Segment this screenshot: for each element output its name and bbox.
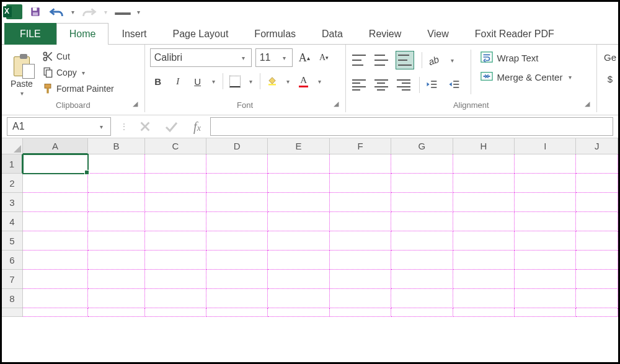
redo-button[interactable]: [81, 4, 98, 19]
qat-customize[interactable]: ▾: [135, 9, 143, 16]
cell[interactable]: [23, 270, 88, 289]
column-header[interactable]: J: [576, 138, 618, 154]
cell[interactable]: [145, 231, 206, 251]
column-header[interactable]: A: [23, 138, 88, 154]
align-bottom-button[interactable]: [396, 51, 414, 69]
cell[interactable]: [88, 212, 144, 231]
cell[interactable]: [330, 231, 391, 251]
column-header[interactable]: I: [515, 138, 576, 154]
cell[interactable]: [576, 270, 618, 289]
touch-mode-button[interactable]: ▬ ▬: [113, 4, 131, 19]
column-header[interactable]: D: [206, 138, 268, 154]
cell[interactable]: [453, 289, 515, 308]
decrease-indent-button[interactable]: [419, 77, 440, 93]
cell[interactable]: [268, 270, 329, 289]
cell[interactable]: [23, 231, 88, 251]
cell[interactable]: [88, 251, 144, 270]
underline-dropdown[interactable]: ▾: [210, 78, 218, 85]
cell[interactable]: [330, 154, 391, 174]
cell[interactable]: [206, 308, 268, 317]
cell[interactable]: [576, 289, 618, 308]
cell[interactable]: [453, 193, 515, 212]
row-header[interactable]: 1: [2, 154, 23, 174]
column-header[interactable]: H: [453, 138, 515, 154]
wrap-text-button[interactable]: Wrap Text: [480, 51, 575, 65]
namebox-resize-handle[interactable]: ⋮: [116, 122, 132, 131]
cell[interactable]: [88, 308, 144, 317]
enter-formula-button[interactable]: [158, 117, 184, 136]
cell[interactable]: [391, 231, 453, 251]
cell[interactable]: [391, 251, 453, 270]
cell[interactable]: [453, 251, 515, 270]
borders-button[interactable]: [223, 73, 243, 89]
row-header[interactable]: 4: [2, 212, 23, 231]
cell[interactable]: [88, 154, 144, 174]
align-left-button[interactable]: [351, 77, 367, 93]
cell[interactable]: [88, 174, 144, 193]
column-header[interactable]: F: [330, 138, 391, 154]
decrease-font-button[interactable]: A▾: [316, 50, 332, 66]
cell[interactable]: [453, 308, 515, 317]
cell[interactable]: [88, 289, 144, 308]
formula-input[interactable]: [210, 117, 613, 136]
column-header[interactable]: B: [88, 138, 144, 154]
number-format-partial[interactable]: Ge: [604, 52, 616, 63]
cell[interactable]: [88, 193, 144, 212]
font-color-dropdown[interactable]: ▾: [316, 78, 324, 85]
increase-indent-button[interactable]: [446, 77, 462, 93]
row-header[interactable]: 7: [2, 270, 23, 289]
save-button[interactable]: [27, 4, 44, 19]
cell[interactable]: [330, 174, 391, 193]
cell[interactable]: [145, 212, 206, 231]
cell[interactable]: [391, 308, 453, 317]
cell[interactable]: [268, 289, 329, 308]
cell[interactable]: [206, 154, 268, 174]
cell[interactable]: [515, 270, 576, 289]
column-header[interactable]: E: [268, 138, 329, 154]
cell[interactable]: [391, 289, 453, 308]
cell[interactable]: [453, 212, 515, 231]
cell[interactable]: [576, 212, 618, 231]
underline-button[interactable]: U: [190, 73, 206, 89]
cell[interactable]: [145, 193, 206, 212]
cell[interactable]: [23, 193, 88, 212]
cell[interactable]: [145, 174, 206, 193]
row-header[interactable]: 3: [2, 193, 23, 212]
name-box[interactable]: A1▾: [7, 117, 111, 136]
cell[interactable]: [268, 231, 329, 251]
currency-partial[interactable]: $: [608, 74, 613, 84]
font-name-select[interactable]: Calibri▾: [150, 48, 252, 67]
cell[interactable]: [391, 174, 453, 193]
row-header[interactable]: 2: [2, 174, 23, 193]
column-header[interactable]: G: [391, 138, 453, 154]
undo-dropdown[interactable]: ▾: [69, 9, 77, 16]
cell[interactable]: [23, 154, 88, 174]
cell[interactable]: [88, 270, 144, 289]
row-header[interactable]: [2, 308, 23, 317]
cell[interactable]: [268, 212, 329, 231]
tab-home[interactable]: Home: [56, 23, 109, 45]
tab-file[interactable]: FILE: [4, 23, 56, 45]
merge-dropdown[interactable]: ▾: [566, 74, 574, 81]
cell[interactable]: [268, 193, 329, 212]
cell[interactable]: [576, 231, 618, 251]
orientation-button[interactable]: ab: [422, 52, 442, 68]
cell[interactable]: [330, 308, 391, 317]
insert-function-button[interactable]: fx: [184, 117, 210, 136]
cell[interactable]: [268, 251, 329, 270]
paste-button[interactable]: Paste ▾: [7, 48, 37, 97]
cell[interactable]: [23, 174, 88, 193]
cell[interactable]: [576, 308, 618, 317]
cell[interactable]: [23, 212, 88, 231]
cell[interactable]: [23, 251, 88, 270]
cell[interactable]: [515, 174, 576, 193]
cell[interactable]: [391, 212, 453, 231]
cell[interactable]: [515, 289, 576, 308]
cell[interactable]: [23, 289, 88, 308]
cell[interactable]: [330, 251, 391, 270]
cell[interactable]: [330, 212, 391, 231]
clipboard-dialog-launcher[interactable]: ◢: [131, 100, 140, 109]
cell[interactable]: [576, 193, 618, 212]
cell[interactable]: [515, 251, 576, 270]
cancel-formula-button[interactable]: [132, 117, 158, 136]
